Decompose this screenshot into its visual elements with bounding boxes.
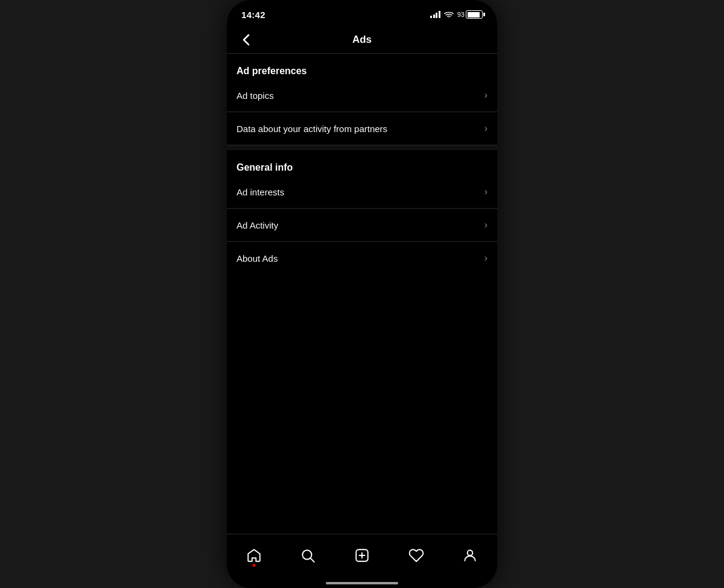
heart-icon [408, 548, 424, 563]
menu-item-ad-interests[interactable]: Ad interests › [227, 175, 497, 209]
section-title-ad-preferences: Ad preferences [237, 66, 307, 76]
phone-container: 14:42 93 [227, 0, 497, 588]
chevron-right-icon: › [484, 123, 487, 134]
chevron-right-icon: › [484, 220, 487, 230]
search-icon [300, 548, 316, 563]
wifi-icon [444, 11, 454, 18]
signal-bars-icon [430, 11, 440, 18]
svg-line-2 [311, 558, 314, 561]
menu-item-label-ad-interests: Ad interests [237, 187, 284, 197]
content-area: Ad preferences Ad topics › Data about yo… [227, 54, 497, 323]
chevron-right-icon: › [484, 186, 487, 197]
menu-item-ad-activity[interactable]: Ad Activity › [227, 209, 497, 242]
menu-item-label-about-ads: About Ads [237, 253, 278, 264]
section-general-info: General info [227, 150, 497, 175]
home-icon [246, 548, 262, 563]
status-icons: 93 [430, 10, 483, 19]
profile-icon [462, 548, 478, 563]
create-icon [354, 548, 370, 563]
chevron-right-icon: › [484, 253, 487, 264]
nav-item-search[interactable] [293, 543, 323, 568]
battery-box [466, 10, 483, 19]
menu-item-about-ads[interactable]: About Ads › [227, 242, 497, 274]
section-title-general-info: General info [237, 162, 293, 172]
back-button[interactable] [237, 30, 256, 49]
menu-item-ad-topics[interactable]: Ad topics › [227, 79, 497, 112]
home-notification-dot [252, 564, 255, 567]
battery-fill [468, 12, 480, 17]
status-bar: 14:42 93 [227, 0, 497, 27]
bottom-nav [227, 534, 497, 588]
status-time: 14:42 [241, 10, 265, 20]
nav-item-profile[interactable] [455, 543, 485, 568]
page-title: Ads [352, 34, 372, 46]
home-indicator [326, 582, 398, 584]
battery-level: 93 [457, 11, 465, 18]
menu-item-label-ad-topics: Ad topics [237, 90, 274, 101]
chevron-right-icon: › [484, 90, 487, 101]
nav-item-home[interactable] [239, 543, 269, 568]
svg-point-0 [448, 17, 449, 18]
svg-point-6 [468, 550, 473, 555]
menu-item-label-data-partners: Data about your activity from partners [237, 124, 387, 134]
nav-item-activity[interactable] [401, 543, 431, 568]
menu-item-data-partners[interactable]: Data about your activity from partners › [227, 112, 497, 145]
section-divider [227, 145, 497, 150]
battery-indicator: 93 [457, 10, 483, 19]
nav-item-create[interactable] [347, 543, 377, 568]
page-header: Ads [227, 27, 497, 54]
section-ad-preferences: Ad preferences [227, 54, 497, 79]
menu-item-label-ad-activity: Ad Activity [237, 220, 278, 230]
